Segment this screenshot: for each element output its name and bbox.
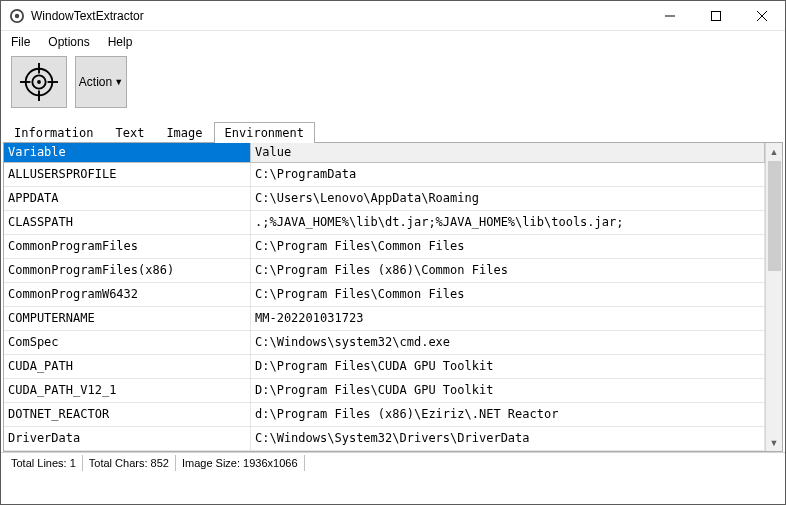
vertical-scrollbar[interactable]: ▲ ▼ [765,143,782,451]
status-image-size: Image Size: 1936x1066 [176,455,305,471]
cell-variable: ComSpec [4,331,251,355]
tab-image[interactable]: Image [155,122,213,143]
statusbar: Total Lines: 1 Total Chars: 852 Image Si… [1,452,785,472]
table-row[interactable]: COMPUTERNAMEMM-202201031723 [4,307,765,331]
minimize-button[interactable] [647,1,693,30]
table-row[interactable]: CUDA_PATHD:\Program Files\CUDA GPU Toolk… [4,355,765,379]
scroll-down-button[interactable]: ▼ [766,434,782,451]
table-body: ALLUSERSPROFILEC:\ProgramDataAPPDATAC:\U… [4,163,765,451]
status-lines: Total Lines: 1 [5,455,83,471]
tab-text[interactable]: Text [104,122,155,143]
cell-variable: CUDA_PATH [4,355,251,379]
cell-variable: DriverData [4,427,251,451]
table-header: Variable Value [4,143,765,163]
scroll-up-button[interactable]: ▲ [766,143,782,160]
column-header-variable[interactable]: Variable [4,143,251,163]
cell-variable: CUDA_PATH_V12_1 [4,379,251,403]
cell-value: MM-202201031723 [251,307,765,331]
column-header-value[interactable]: Value [251,143,765,163]
svg-rect-4 [712,11,721,20]
cell-variable: CommonProgramFiles [4,235,251,259]
cell-variable: APPDATA [4,187,251,211]
table-row[interactable]: CommonProgramFiles(x86)C:\Program Files … [4,259,765,283]
table-row[interactable]: CUDA_PATH_V12_1D:\Program Files\CUDA GPU… [4,379,765,403]
action-button[interactable]: Action▼ [75,56,127,108]
cell-value: C:\Program Files\Common Files [251,283,765,307]
tab-environment[interactable]: Environment [214,122,315,143]
window-controls [647,1,785,30]
close-button[interactable] [739,1,785,30]
cell-variable: ALLUSERSPROFILE [4,163,251,187]
status-chars: Total Chars: 852 [83,455,176,471]
toolbar: Action▼ [1,53,785,115]
tabs: Information Text Image Environment [1,121,785,142]
cell-variable: DOTNET_REACTOR [4,403,251,427]
cell-variable: CLASSPATH [4,211,251,235]
svg-point-9 [37,80,41,84]
menu-options[interactable]: Options [48,35,89,49]
table-row[interactable]: CLASSPATH.;%JAVA_HOME%\lib\dt.jar;%JAVA_… [4,211,765,235]
cell-variable: CommonProgramW6432 [4,283,251,307]
crosshair-button[interactable] [11,56,67,108]
action-label: Action [79,75,112,89]
maximize-button[interactable] [693,1,739,30]
table-row[interactable]: DOTNET_REACTORd:\Program Files (x86)\Ezi… [4,403,765,427]
cell-value: .;%JAVA_HOME%\lib\dt.jar;%JAVA_HOME%\lib… [251,211,765,235]
tab-information[interactable]: Information [3,122,104,143]
cell-value: d:\Program Files (x86)\Eziriz\.NET React… [251,403,765,427]
cell-value: C:\Windows\System32\Drivers\DriverData [251,427,765,451]
menubar: File Options Help [1,31,785,53]
menu-help[interactable]: Help [108,35,133,49]
cell-variable: CommonProgramFiles(x86) [4,259,251,283]
cell-value: C:\Users\Lenovo\AppData\Roaming [251,187,765,211]
table-row[interactable]: APPDATAC:\Users\Lenovo\AppData\Roaming [4,187,765,211]
env-table: Variable Value ALLUSERSPROFILEC:\Program… [4,143,765,451]
titlebar: WindowTextExtractor [1,1,785,31]
menu-file[interactable]: File [11,35,30,49]
cell-variable: COMPUTERNAME [4,307,251,331]
table-row[interactable]: ComSpecC:\Windows\system32\cmd.exe [4,331,765,355]
svg-point-2 [15,13,19,17]
cell-value: D:\Program Files\CUDA GPU Toolkit [251,355,765,379]
table-row[interactable]: CommonProgramW6432C:\Program Files\Commo… [4,283,765,307]
crosshair-icon [20,63,58,101]
table-row[interactable]: CommonProgramFilesC:\Program Files\Commo… [4,235,765,259]
cell-value: C:\Program Files\Common Files [251,235,765,259]
cell-value: C:\ProgramData [251,163,765,187]
cell-value: C:\Windows\system32\cmd.exe [251,331,765,355]
scroll-thumb[interactable] [768,161,781,271]
window-title: WindowTextExtractor [31,9,647,23]
chevron-down-icon: ▼ [114,77,123,87]
app-icon [9,8,25,24]
environment-panel: Variable Value ALLUSERSPROFILEC:\Program… [3,142,783,452]
cell-value: C:\Program Files (x86)\Common Files [251,259,765,283]
table-row[interactable]: ALLUSERSPROFILEC:\ProgramData [4,163,765,187]
table-row[interactable]: DriverDataC:\Windows\System32\Drivers\Dr… [4,427,765,451]
cell-value: D:\Program Files\CUDA GPU Toolkit [251,379,765,403]
